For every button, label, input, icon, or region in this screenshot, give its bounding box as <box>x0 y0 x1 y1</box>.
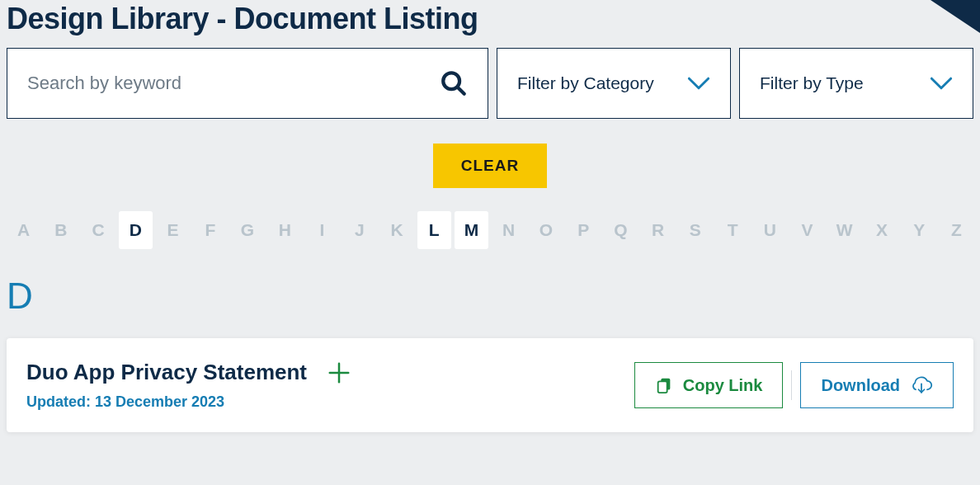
alpha-d[interactable]: D <box>119 211 153 249</box>
alpha-g: G <box>230 211 264 249</box>
document-main: Duo App Privacy Statement Updated: 13 De… <box>26 360 634 411</box>
filters-row: Filter by Category Filter by Type <box>0 48 980 119</box>
document-actions: Copy Link Download <box>634 362 954 408</box>
chevron-down-icon <box>930 76 953 91</box>
alpha-j: J <box>342 211 376 249</box>
alpha-m[interactable]: M <box>455 211 488 249</box>
alpha-s: S <box>678 211 712 249</box>
alpha-n: N <box>492 211 525 249</box>
action-divider <box>791 370 792 400</box>
document-updated: Updated: 13 December 2023 <box>26 393 634 411</box>
document-card: Duo App Privacy Statement Updated: 13 De… <box>7 338 973 432</box>
alpha-q: Q <box>604 211 638 249</box>
svg-line-1 <box>458 87 464 94</box>
page-title: Design Library - Document Listing <box>0 0 980 48</box>
alpha-r: R <box>641 211 675 249</box>
filter-type[interactable]: Filter by Type <box>739 48 973 119</box>
alpha-u: U <box>753 211 787 249</box>
alpha-y: Y <box>902 211 936 249</box>
alpha-t: T <box>715 211 749 249</box>
clear-button[interactable]: CLEAR <box>433 144 547 188</box>
document-title: Duo App Privacy Statement <box>26 360 307 385</box>
alpha-k: K <box>379 211 413 249</box>
svg-rect-5 <box>657 381 667 393</box>
alpha-b: B <box>44 211 78 249</box>
copy-link-button[interactable]: Copy Link <box>634 362 784 408</box>
alpha-p: P <box>567 211 601 249</box>
search-icon[interactable] <box>440 69 468 97</box>
download-label: Download <box>821 376 900 395</box>
alpha-x: X <box>865 211 898 249</box>
clear-row: CLEAR <box>0 119 980 211</box>
alpha-f: F <box>193 211 227 249</box>
download-cloud-icon <box>910 376 933 394</box>
alpha-z: Z <box>940 211 973 249</box>
search-input[interactable] <box>27 73 440 94</box>
chevron-down-icon <box>687 76 710 91</box>
filter-type-label: Filter by Type <box>760 73 864 93</box>
corner-decoration <box>931 0 980 33</box>
document-title-row: Duo App Privacy Statement <box>26 360 634 385</box>
copy-link-label: Copy Link <box>683 376 763 395</box>
filter-category-label: Filter by Category <box>517 73 654 93</box>
alpha-h: H <box>268 211 302 249</box>
alpha-v: V <box>790 211 824 249</box>
download-button[interactable]: Download <box>800 362 954 408</box>
alpha-o: O <box>529 211 563 249</box>
alpha-w: W <box>827 211 861 249</box>
search-input-container[interactable] <box>7 48 488 119</box>
alpha-a: A <box>7 211 40 249</box>
filter-category[interactable]: Filter by Category <box>497 48 731 119</box>
alpha-e: E <box>156 211 190 249</box>
expand-icon[interactable] <box>327 360 351 385</box>
section-letter: D <box>0 249 980 330</box>
alpha-c: C <box>81 211 115 249</box>
alpha-i: I <box>305 211 339 249</box>
alphabet-nav: ABCDEFGHIJKLMNOPQRSTUVWXYZ <box>0 211 980 249</box>
copy-icon <box>655 376 673 394</box>
alpha-l[interactable]: L <box>417 211 451 249</box>
